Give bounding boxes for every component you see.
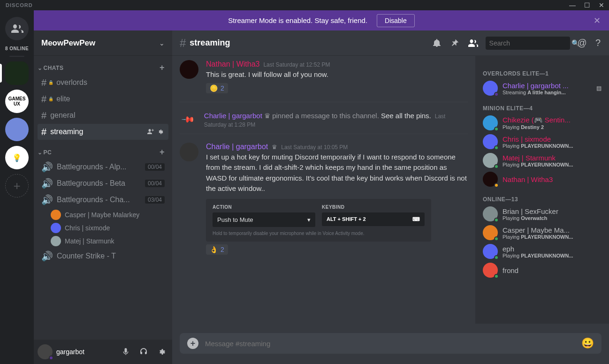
voice-user[interactable]: Matej | Starmunk <box>34 235 172 248</box>
channel-overlords[interactable]: #🔒overlords <box>38 75 168 91</box>
message-text: I set up a hot key for muting Discord te… <box>206 152 468 194</box>
voice-bg-alpha[interactable]: 🔊Battlegrounds - Alp...00/04 <box>38 159 168 175</box>
channel-elite[interactable]: #🔒elite <box>38 91 168 107</box>
message-timestamp: Last Saturday at 12:52 PM <box>263 61 330 68</box>
message-list[interactable]: Nathan | Witha3Last Saturday at 12:52 PM… <box>172 55 475 324</box>
message-input[interactable] <box>205 340 575 348</box>
pin-author[interactable]: Charlie | gargarbot <box>204 112 262 120</box>
banner-close-button[interactable]: ✕ <box>594 15 601 26</box>
reaction[interactable]: 🪙2 <box>206 83 228 93</box>
pins-button[interactable] <box>449 38 460 49</box>
role-header: OVERLORDS ELITE—1 <box>479 63 605 79</box>
add-channel-button[interactable]: + <box>160 147 165 157</box>
server-meowpewpew[interactable] <box>5 61 29 85</box>
mute-button[interactable] <box>119 345 133 359</box>
crown-icon: ♛ <box>272 144 277 151</box>
minimize-button[interactable]: — <box>569 1 576 9</box>
pin-icon: 📌 <box>178 110 198 129</box>
system-pin-message: 📌 Charlie | gargarbot ♛ pinned a message… <box>180 106 468 134</box>
message-composer: + 😀 <box>180 324 601 354</box>
member-item[interactable]: frond <box>479 261 605 280</box>
voice-bg-beta[interactable]: 🔊Battlegrounds - Beta00/04 <box>38 175 168 191</box>
rich-presence-icon: ▤ <box>596 85 601 91</box>
voice-user[interactable]: Chris | sixmode <box>34 221 172 235</box>
speaker-icon: 🔊 <box>41 194 53 205</box>
avatar[interactable] <box>180 60 198 79</box>
embed-hint: Hold to temporarily disable your microph… <box>213 231 425 236</box>
category-chats[interactable]: ⌄ CHATS + <box>34 63 172 73</box>
lock-icon: 🔒 <box>48 97 53 101</box>
hash-icon: # <box>180 37 186 50</box>
emoji-button[interactable]: 😀 <box>581 337 594 349</box>
voice-bg-cha[interactable]: 🔊Battlegrounds - Cha...03/04 <box>38 192 168 208</box>
speaker-icon: 🔊 <box>41 250 53 262</box>
channel-topbar: #streaming 🔍 @ ? <box>172 30 609 55</box>
gear-icon[interactable] <box>157 128 165 136</box>
embed-keybind-value[interactable]: ALT + SHIFT + 2⌨ <box>322 212 425 226</box>
channel-title: streaming <box>190 38 230 48</box>
role-header: MINION ELITE—4 <box>479 98 605 114</box>
message: Nathan | Witha3Last Saturday at 12:52 PM… <box>180 55 468 102</box>
member-item[interactable]: Casper | Maybe Ma...Playing PLAYERUNKNOW… <box>479 223 605 242</box>
window-controls: — ☐ ✕ <box>569 1 607 9</box>
server-header[interactable]: MeowPewPew ⌄ <box>34 30 172 55</box>
brand-label: DISCORD <box>2 2 33 8</box>
avatar[interactable] <box>38 344 53 359</box>
speaker-icon: 🔊 <box>41 178 53 189</box>
search-input[interactable] <box>489 39 571 47</box>
keyboard-icon: ⌨ <box>412 216 420 222</box>
embed-action-label: ACTION <box>213 205 315 210</box>
member-item[interactable]: ephPlaying PLAYERUNKNOWN... <box>479 242 605 261</box>
add-channel-button[interactable]: + <box>160 63 165 73</box>
chevron-down-icon: ⌄ <box>38 149 43 156</box>
reaction[interactable]: 👌2 <box>206 244 228 255</box>
members-button[interactable] <box>467 38 479 49</box>
member-item[interactable]: Charlie | gargarbot ...Streaming A littl… <box>479 79 605 98</box>
banner-text: Streamer Mode is enabled. Stay safe, fri… <box>228 16 367 24</box>
attach-button[interactable]: + <box>187 338 198 349</box>
friends-icon <box>10 24 23 33</box>
server-blue[interactable] <box>5 118 29 141</box>
member-list[interactable]: OVERLORDS ELITE—1 Charlie | gargarbot ..… <box>475 55 609 324</box>
speaker-icon: 🔊 <box>41 161 53 173</box>
home-button[interactable] <box>5 17 29 40</box>
add-server-button[interactable]: + <box>5 174 29 197</box>
close-button[interactable]: ✕ <box>599 1 604 9</box>
member-item[interactable]: Brian | SexFuckerPlaying Overwatch <box>479 205 605 223</box>
see-pins-link[interactable]: See all the pins. <box>381 112 431 120</box>
invite-icon[interactable] <box>147 128 154 136</box>
titlebar: DISCORD — ☐ ✕ <box>0 0 609 10</box>
avatar[interactable] <box>180 143 198 161</box>
member-item[interactable]: Chris | sixmodePlaying PLAYERUNKNOWN... <box>479 132 605 151</box>
help-button[interactable]: ? <box>594 37 601 49</box>
keybind-embed: ACTION Push to Mute▾ KEYBIND ALT + SHIFT… <box>206 199 431 242</box>
disable-button[interactable]: Disable <box>377 14 415 27</box>
message-timestamp: Last Saturday at 10:05 PM <box>281 144 348 151</box>
server-gamesux[interactable]: GAMESUX <box>5 90 29 113</box>
embed-action-select[interactable]: Push to Mute▾ <box>213 212 315 227</box>
server-bulb[interactable]: 💡 <box>5 146 29 169</box>
notifications-button[interactable] <box>431 38 442 49</box>
member-item[interactable]: Nathan | Witha3 <box>479 170 605 189</box>
voice-cs[interactable]: 🔊Counter Strike - T <box>38 248 168 264</box>
message-author[interactable]: Nathan | Witha3 <box>206 60 259 68</box>
channel-sidebar: MeowPewPew ⌄ ⌄ CHATS + #🔒overlords #🔒eli… <box>34 30 172 364</box>
chat-content: #streaming 🔍 @ ? Nathan | Witha3Last Sat… <box>172 30 609 364</box>
channel-streaming[interactable]: #streaming <box>38 124 168 140</box>
maximize-button[interactable]: ☐ <box>584 1 590 9</box>
streamer-mode-banner: Streamer Mode is enabled. Stay safe, fri… <box>34 10 609 30</box>
member-item[interactable]: Chikezie (🎮 Sentin...Playing Destiny 2 <box>479 114 605 132</box>
username: gargarbot <box>56 348 115 356</box>
search-box[interactable]: 🔍 <box>486 37 570 50</box>
embed-keybind-label: KEYBIND <box>322 205 425 210</box>
mentions-button[interactable]: @ <box>577 37 588 49</box>
server-name: MeowPewPew <box>41 38 95 48</box>
channel-general[interactable]: #general <box>38 107 168 123</box>
message-author[interactable]: Charlie | gargarbot <box>206 143 268 151</box>
deafen-button[interactable] <box>137 345 151 359</box>
voice-user[interactable]: Casper | Maybe Malarkey <box>34 208 172 221</box>
message: Charlie | gargarbot ♛Last Saturday at 10… <box>180 138 468 259</box>
member-item[interactable]: Matej | StarmunkPlaying PLAYERUNKNOWN... <box>479 151 605 170</box>
category-pc[interactable]: ⌄ PC + <box>34 147 172 157</box>
settings-button[interactable] <box>154 345 168 359</box>
